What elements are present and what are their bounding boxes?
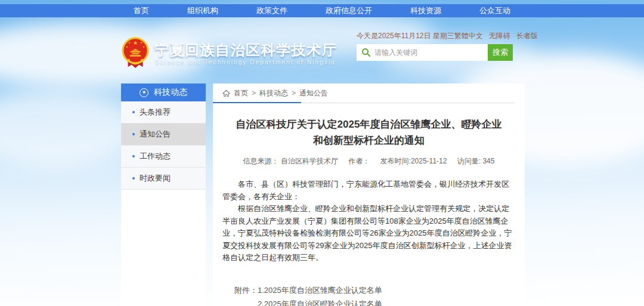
nav-item-gov-info-disclosure[interactable]: 政府信息公开 [326,5,372,16]
circular-star-icon: ★ [140,88,148,97]
article-title: 自治区科技厅关于认定2025年度自治区雏鹰企业、瞪羚企业 和创新型标杆企业的通知 [222,116,515,149]
sidebar-header-sci-tech-news[interactable]: ★ 科技动态 [121,84,206,101]
sidebar-item-work-updates[interactable]: 工作动态 [121,146,206,168]
breadcrumb-active-underline [213,102,301,103]
nav-item-public-interaction[interactable]: 公众互动 [479,5,510,16]
today-date-text: 今天是2025年11月12日 星期三 [357,31,454,41]
breadcrumb-sci-tech-news[interactable]: 科技动态 [259,88,288,98]
sidebar-title: 科技动态 [154,87,187,98]
top-nav-items: 首页 组织机构 政策文件 政府信息公开 科技资源 公众互动 [0,4,644,17]
svg-text:★: ★ [128,41,131,44]
sidebar-item-current-politics[interactable]: 时政要闻 [121,168,206,190]
home-icon [222,89,230,97]
search-box [357,44,488,61]
attachments-list: 1.2025年度自治区雏鹰企业认定名单 2.2025年度自治区瞪羚企业认定名单 … [258,283,405,306]
header-quick-links: 繁體中文 无障碍 长者版 [454,31,538,41]
breadcrumb-separator: > [252,89,256,97]
nav-item-policy-documents[interactable]: 政策文件 [256,5,287,16]
sidebar-item-headline-recommend[interactable]: 头条推荐 [121,101,206,123]
attachments-block: 附件： 1.2025年度自治区雏鹰企业认定名单 2.2025年度自治区瞪羚企业认… [234,283,515,306]
svg-text:★: ★ [143,45,145,48]
link-accessibility[interactable]: 无障碍 [489,31,510,41]
breadcrumb: 首页 > 科技动态 > 通知公告 [222,84,515,103]
site-title-english: Science and Technology Department of Nin… [155,59,336,66]
article-paragraph: 各市、县（区）科技管理部门，宁东能源化工基地管委会，银川经济技术开发区管委会，各… [222,178,515,203]
sidebar: ★ 科技动态 头条推荐 通知公告 工作动态 时政要闻 [121,84,206,306]
sidebar-item-label: 工作动态 [140,151,171,162]
breadcrumb-separator: > [292,89,296,97]
nav-item-organization[interactable]: 组织机构 [187,5,218,16]
svg-text:★: ★ [133,40,138,46]
link-elderly-version[interactable]: 长者版 [516,31,538,41]
site-title: 宁夏回族自治区科学技术厅 [154,41,337,60]
svg-text:★: ★ [140,41,143,44]
sidebar-item-label: 时政要闻 [140,173,171,184]
nav-item-sci-tech-resources[interactable]: 科技资源 [410,5,441,16]
sidebar-item-label: 通知公告 [140,129,171,140]
article-meta: 信息来源： 自治区科学技术厅 作者： 发布时间:2025-11-12 访问量: … [222,156,515,166]
breadcrumb-notices[interactable]: 通知公告 [299,88,328,98]
link-traditional-chinese[interactable]: 繁體中文 [454,31,483,41]
breadcrumb-home[interactable]: 首页 [234,88,248,98]
search-bar: 搜索 [357,44,513,61]
attachments-label: 附件： [234,283,258,306]
content-panel: 首页 > 科技动态 > 通知公告 自治区科技厅关于认定2025年度自治区雏鹰企业… [213,84,525,306]
national-emblem-logo: ★ ★ ★ ★ ★ [120,36,150,70]
search-icon [361,48,371,57]
cloud-decoration [0,89,137,167]
article-body: 各市、县（区）科技管理部门，宁东能源化工基地管委会，银川经济技术开发区管委会，各… [222,178,515,264]
article-title-line1: 自治区科技厅关于认定2025年度自治区雏鹰企业、瞪羚企业 [222,116,515,132]
search-button[interactable]: 搜索 [488,44,513,61]
meta-views: 访问量: 345 [457,157,495,165]
attachment-link-eagle-list[interactable]: 1.2025年度自治区雏鹰企业认定名单 [258,283,405,297]
meta-source: 信息来源： 自治区科学技术厅 [243,157,338,165]
sidebar-item-label: 头条推荐 [140,107,171,118]
meta-author: 作者： [348,157,370,165]
nav-item-home[interactable]: 首页 [134,5,149,16]
sidebar-menu: 头条推荐 通知公告 工作动态 时政要闻 [121,101,206,190]
top-nav-bar: 首页 组织机构 政策文件 政府信息公开 科技资源 公众互动 [0,4,644,17]
header-meta-row: 今天是2025年11月12日 星期三 繁體中文 无障碍 长者版 [357,31,519,41]
article-title-line2: 和创新型标杆企业的通知 [222,132,515,149]
meta-publish-time: 发布时间:2025-11-12 [380,157,447,165]
article-paragraph: 根据自治区雏鹰企业、瞪羚企业和创新型标杆企业认定管理有关规定，决定认定半亩良人农… [222,203,515,264]
svg-text:★: ★ [126,45,128,48]
search-input[interactable] [357,44,488,61]
attachment-link-gazelle-list[interactable]: 2.2025年度自治区瞪羚企业认定名单 [258,297,405,306]
sidebar-item-notices[interactable]: 通知公告 [121,123,206,146]
